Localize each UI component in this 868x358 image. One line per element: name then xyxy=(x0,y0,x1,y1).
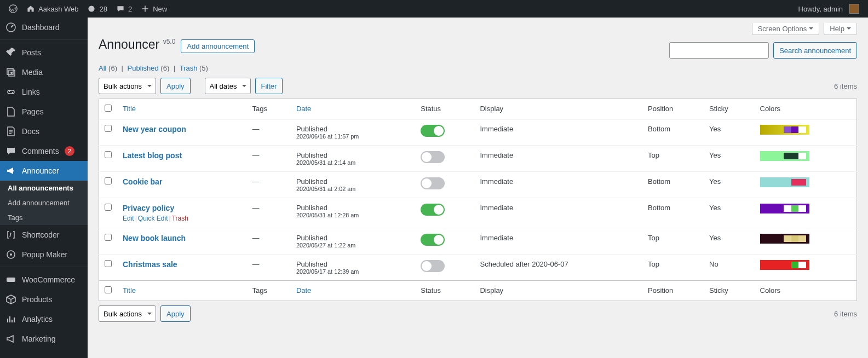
row-tags: — xyxy=(247,119,291,146)
submenu-all-announcements[interactable]: All announcements xyxy=(0,181,88,195)
select-all-checkbox-footer[interactable] xyxy=(105,286,112,293)
menu-dashboard[interactable]: Dashboard xyxy=(0,18,88,37)
view-published[interactable]: Published xyxy=(128,64,159,72)
wp-logo[interactable] xyxy=(4,0,22,18)
col-position: Position xyxy=(642,281,704,301)
menu-pages[interactable]: Pages xyxy=(0,102,88,122)
howdy-link[interactable]: Howdy, admin xyxy=(794,0,864,18)
filter-button[interactable]: Filter xyxy=(255,78,283,94)
announcer-submenu: All announcements Add announcement Tags xyxy=(0,181,88,225)
color-swatches xyxy=(760,204,809,213)
row-checkbox[interactable] xyxy=(105,177,112,184)
comment-icon xyxy=(5,146,16,157)
row-sticky: Yes xyxy=(704,198,754,228)
status-toggle[interactable] xyxy=(421,204,445,216)
apply-bulk-button[interactable]: Apply xyxy=(160,78,191,94)
bulk-actions-select[interactable]: Bulk actions xyxy=(99,78,156,94)
row-tags: — xyxy=(247,172,291,198)
row-title-link[interactable]: Privacy policy xyxy=(123,204,174,212)
menu-shortcoder[interactable]: Shortcoder xyxy=(0,225,88,245)
help-button[interactable]: Help xyxy=(824,23,857,35)
table-row: Latest blog post—Published2020/05/31 at … xyxy=(99,146,857,172)
row-title-link[interactable]: Latest blog post xyxy=(123,151,182,160)
apply-bulk-button-bottom[interactable]: Apply xyxy=(160,305,191,322)
row-date: Published2020/05/31 at 2:02 am xyxy=(291,172,415,198)
col-date[interactable]: Date xyxy=(296,105,311,113)
col-status: Status xyxy=(415,99,474,119)
col-date[interactable]: Date xyxy=(296,286,311,295)
status-toggle[interactable] xyxy=(421,234,445,246)
add-announcement-button[interactable]: Add announcement xyxy=(181,39,255,53)
row-checkbox[interactable] xyxy=(105,151,112,158)
menu-popup-maker[interactable]: Popup Maker xyxy=(0,245,88,264)
col-sticky: Sticky xyxy=(704,281,754,301)
view-trash[interactable]: Trash xyxy=(180,64,198,72)
row-checkbox[interactable] xyxy=(105,260,112,267)
row-title-link[interactable]: New year coupon xyxy=(123,125,186,134)
bulk-actions-select-bottom[interactable]: Bulk actions xyxy=(99,305,156,322)
home-icon xyxy=(26,4,35,13)
view-filters: All (6) | Published (6) | Trash (5) xyxy=(99,64,857,72)
site-name-link[interactable]: Aakash Web xyxy=(22,0,83,18)
row-display: Immediate xyxy=(474,146,642,172)
status-toggle[interactable] xyxy=(421,125,445,137)
howdy-text: Howdy, admin xyxy=(798,5,843,13)
row-title-link[interactable]: Cookie bar xyxy=(123,177,162,186)
date-filter-select[interactable]: All dates xyxy=(205,78,251,94)
row-date: Published2020/05/17 at 12:39 am xyxy=(291,255,415,281)
menu-posts[interactable]: Posts xyxy=(0,43,88,62)
menu-comments[interactable]: Comments 2 xyxy=(0,141,88,161)
pin-icon xyxy=(5,47,16,58)
menu-announcer[interactable]: Announcer xyxy=(0,161,88,181)
color-swatches xyxy=(760,234,809,244)
menu-docs[interactable]: Docs xyxy=(0,122,88,141)
menu-separator xyxy=(0,264,88,267)
search-button[interactable]: Search announcement xyxy=(773,42,857,59)
menu-products[interactable]: Products xyxy=(0,290,88,309)
new-link[interactable]: New xyxy=(136,0,171,18)
row-checkbox[interactable] xyxy=(105,234,112,241)
menu-media[interactable]: Media xyxy=(0,62,88,82)
menu-marketing[interactable]: Marketing xyxy=(0,329,88,337)
dashboard-icon xyxy=(5,22,16,33)
row-tags: — xyxy=(247,228,291,255)
menu-label: Shortcoder xyxy=(22,230,59,239)
row-tags: — xyxy=(247,198,291,228)
search-input[interactable] xyxy=(669,42,769,59)
comments-link[interactable]: 2 xyxy=(112,0,136,18)
menu-links[interactable]: Links xyxy=(0,82,88,102)
col-title[interactable]: Title xyxy=(123,105,136,113)
col-title[interactable]: Title xyxy=(123,286,136,295)
page-title: Announcer v5.0 xyxy=(99,37,175,52)
menu-label: Links xyxy=(22,88,40,96)
select-all-checkbox[interactable] xyxy=(105,105,112,112)
view-all[interactable]: All xyxy=(99,64,106,72)
quick-edit-link[interactable]: Quick Edit xyxy=(138,215,168,222)
row-checkbox[interactable] xyxy=(105,125,112,132)
row-title-link[interactable]: New book launch xyxy=(123,234,186,242)
megaphone-icon xyxy=(5,165,16,176)
menu-analytics[interactable]: Analytics xyxy=(0,309,88,329)
avatar xyxy=(849,4,859,14)
submenu-add-announcement[interactable]: Add announcement xyxy=(0,195,88,210)
row-sticky: Yes xyxy=(704,119,754,146)
color-swatches xyxy=(760,125,809,135)
submenu-tags[interactable]: Tags xyxy=(0,210,88,225)
status-toggle[interactable] xyxy=(421,151,445,163)
status-toggle[interactable] xyxy=(421,260,445,272)
status-toggle[interactable] xyxy=(421,177,445,189)
items-count-top: 6 items xyxy=(834,82,857,90)
col-display: Display xyxy=(474,281,642,301)
edit-link[interactable]: Edit xyxy=(123,215,134,222)
new-label: New xyxy=(153,5,167,13)
row-title-link[interactable]: Christmas sale xyxy=(123,260,177,269)
page-version: v5.0 xyxy=(163,38,176,45)
row-checkbox[interactable] xyxy=(105,204,112,211)
col-colors: Colors xyxy=(755,281,857,301)
screen-options-button[interactable]: Screen Options xyxy=(752,23,820,35)
row-date: Published2020/05/27 at 1:22 am xyxy=(291,228,415,255)
trash-link[interactable]: Trash xyxy=(172,215,188,222)
menu-woocommerce[interactable]: WooCommerce xyxy=(0,270,88,290)
refresh-link[interactable]: 28 xyxy=(83,0,111,18)
col-colors: Colors xyxy=(755,99,857,119)
